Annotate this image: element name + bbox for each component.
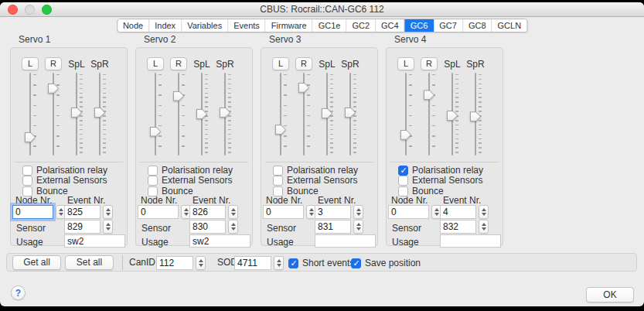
sod-stepper[interactable] <box>274 256 284 270</box>
right-position-slider[interactable] <box>48 73 62 156</box>
event-nr-stepper[interactable] <box>479 205 489 219</box>
servo-right-button[interactable]: R <box>170 57 187 70</box>
tab-gc8[interactable]: GC8 <box>463 19 492 32</box>
ok-button[interactable]: OK <box>586 287 634 302</box>
event-nr-input[interactable] <box>189 205 226 219</box>
sod-input[interactable] <box>234 256 271 270</box>
slider-thumb[interactable] <box>173 91 184 101</box>
external-sensors-checkbox[interactable]: External Sensors <box>398 175 482 186</box>
slider-thumb[interactable] <box>298 83 309 93</box>
event-nr-input[interactable] <box>440 205 476 219</box>
checkbox-box[interactable] <box>273 176 283 186</box>
sensor-stepper[interactable] <box>103 220 113 234</box>
speed-right-slider[interactable] <box>470 73 484 156</box>
tab-gcln[interactable]: GCLN <box>492 19 527 32</box>
node-nr-input[interactable] <box>12 205 53 219</box>
event-nr-stepper[interactable] <box>103 205 113 219</box>
left-position-slider[interactable] <box>400 73 414 156</box>
tab-gc6[interactable]: GC6 <box>405 19 434 32</box>
left-position-slider[interactable] <box>275 73 289 156</box>
left-position-slider[interactable] <box>25 73 39 156</box>
slider-thumb[interactable] <box>400 130 411 140</box>
right-position-slider[interactable] <box>298 73 312 156</box>
slider-thumb[interactable] <box>275 125 286 135</box>
short-events-checkbox[interactable]: Short events <box>288 256 354 270</box>
external-sensors-checkbox[interactable]: External Sensors <box>273 175 357 186</box>
checkbox-box[interactable] <box>351 258 361 268</box>
tab-gc1e[interactable]: GC1e <box>313 19 347 32</box>
left-position-slider[interactable] <box>150 73 164 156</box>
slider-thumb[interactable] <box>424 90 434 100</box>
servo-left-button[interactable]: L <box>147 57 164 70</box>
canid-stepper[interactable] <box>196 256 206 270</box>
slider-track[interactable] <box>405 73 407 156</box>
usage-input[interactable] <box>64 234 125 248</box>
canid-input[interactable] <box>156 256 193 270</box>
slider-thumb[interactable] <box>345 108 356 118</box>
external-sensors-checkbox[interactable]: External Sensors <box>22 175 107 186</box>
sensor-input[interactable] <box>189 220 226 234</box>
servo-right-button[interactable]: R <box>45 57 62 70</box>
title-bar[interactable]: CBUS: Rocrail::CAN-GC6 112 <box>0 2 644 17</box>
tab-gc2[interactable]: GC2 <box>346 19 376 32</box>
set-all-button[interactable]: Set all <box>65 255 114 270</box>
slider-thumb[interactable] <box>447 111 458 121</box>
usage-input[interactable] <box>189 234 250 248</box>
slider-thumb[interactable] <box>48 84 59 94</box>
servo-left-button[interactable]: L <box>272 57 289 70</box>
servo-left-button[interactable]: L <box>22 57 39 70</box>
slider-thumb[interactable] <box>150 127 161 137</box>
slider-track[interactable] <box>178 73 179 156</box>
get-all-button[interactable]: Get all <box>12 255 61 270</box>
node-nr-input[interactable] <box>263 205 304 219</box>
right-position-slider[interactable] <box>173 73 187 156</box>
polarisation-relay-checkbox[interactable]: Polarisation relay <box>398 165 483 176</box>
tab-variables[interactable]: Variables <box>182 19 228 32</box>
servo-right-button[interactable]: R <box>295 57 312 70</box>
checkbox-box[interactable] <box>22 176 32 186</box>
speed-right-slider[interactable] <box>345 73 359 156</box>
slider-thumb[interactable] <box>71 108 82 118</box>
slider-track[interactable] <box>155 73 156 156</box>
usage-input[interactable] <box>440 234 501 248</box>
tab-events[interactable]: Events <box>228 19 266 32</box>
help-button[interactable]: ? <box>11 285 26 300</box>
speed-left-slider[interactable] <box>196 73 210 156</box>
sensor-stepper[interactable] <box>479 220 489 234</box>
checkbox-box[interactable] <box>148 176 158 186</box>
slider-thumb[interactable] <box>94 108 105 118</box>
event-nr-input[interactable] <box>315 205 351 219</box>
usage-input[interactable] <box>315 234 376 248</box>
sensor-input[interactable] <box>64 220 101 234</box>
right-position-slider[interactable] <box>424 73 438 156</box>
polarisation-relay-checkbox[interactable]: Polarisation relay <box>148 165 233 176</box>
tab-node[interactable]: Node <box>118 19 149 32</box>
checkbox-box[interactable] <box>148 166 158 176</box>
polarisation-relay-checkbox[interactable]: Polarisation relay <box>273 165 358 176</box>
checkbox-box[interactable] <box>22 166 32 176</box>
speed-right-slider[interactable] <box>220 73 233 156</box>
servo-left-button[interactable]: L <box>397 57 414 70</box>
slider-track[interactable] <box>428 73 430 156</box>
sensor-input[interactable] <box>440 220 476 234</box>
sensor-stepper[interactable] <box>353 220 363 234</box>
speed-right-slider[interactable] <box>94 73 108 156</box>
tab-gc4[interactable]: GC4 <box>376 19 405 32</box>
servo-right-button[interactable]: R <box>421 57 438 70</box>
slider-thumb[interactable] <box>470 111 481 121</box>
node-nr-input[interactable] <box>138 205 179 219</box>
slider-thumb[interactable] <box>196 109 207 119</box>
save-position-checkbox[interactable]: Save position <box>351 256 421 270</box>
slider-thumb[interactable] <box>220 108 230 118</box>
tab-firmware[interactable]: Firmware <box>266 19 313 32</box>
slider-thumb[interactable] <box>25 132 36 142</box>
polarisation-relay-checkbox[interactable]: Polarisation relay <box>22 165 107 176</box>
checkbox-box[interactable] <box>398 176 408 186</box>
slider-track[interactable] <box>280 73 281 156</box>
external-sensors-checkbox[interactable]: External Sensors <box>148 175 232 186</box>
checkbox-box[interactable] <box>288 258 298 268</box>
event-nr-stepper[interactable] <box>353 205 363 219</box>
sensor-stepper[interactable] <box>228 220 238 234</box>
speed-left-slider[interactable] <box>71 73 85 156</box>
checkbox-box[interactable] <box>273 166 283 176</box>
